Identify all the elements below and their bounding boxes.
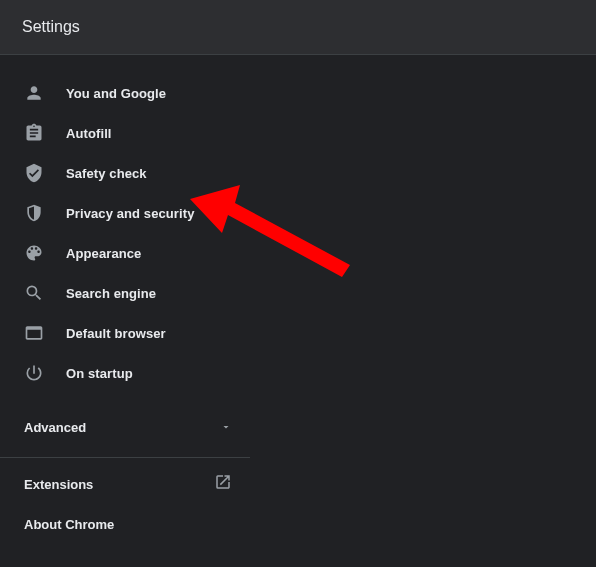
sidebar-advanced-toggle[interactable]: Advanced: [0, 407, 256, 447]
sidebar-item-label: Search engine: [66, 286, 156, 301]
sidebar-item-autofill[interactable]: Autofill: [0, 113, 256, 153]
open-in-new-icon: [214, 473, 232, 495]
sidebar-item-privacy-and-security[interactable]: Privacy and security: [0, 193, 256, 233]
settings-header: Settings: [0, 0, 596, 55]
clipboard-icon: [24, 123, 44, 143]
sidebar-item-on-startup[interactable]: On startup: [0, 353, 256, 393]
sidebar-item-label: Privacy and security: [66, 206, 194, 221]
palette-icon: [24, 243, 44, 263]
search-icon: [24, 283, 44, 303]
sidebar-item-label: Extensions: [24, 477, 93, 492]
browser-icon: [24, 323, 44, 343]
sidebar-item-about-chrome[interactable]: About Chrome: [0, 504, 256, 544]
sidebar-divider: [0, 457, 250, 458]
sidebar-item-label: Appearance: [66, 246, 141, 261]
sidebar-item-label: On startup: [66, 366, 133, 381]
sidebar-item-label: Default browser: [66, 326, 166, 341]
sidebar-item-search-engine[interactable]: Search engine: [0, 273, 256, 313]
sidebar-item-label: You and Google: [66, 86, 166, 101]
power-icon: [24, 363, 44, 383]
sidebar-item-label: Autofill: [66, 126, 112, 141]
sidebar-item-safety-check[interactable]: Safety check: [0, 153, 256, 193]
settings-sidebar: You and Google Autofill Safety check Pri…: [0, 55, 256, 544]
sidebar-item-label: About Chrome: [24, 517, 114, 532]
sidebar-item-appearance[interactable]: Appearance: [0, 233, 256, 273]
sidebar-item-extensions[interactable]: Extensions: [0, 464, 256, 504]
shield-icon: [24, 203, 44, 223]
person-icon: [24, 83, 44, 103]
shield-check-icon: [24, 163, 44, 183]
sidebar-item-you-and-google[interactable]: You and Google: [0, 73, 256, 113]
chevron-down-icon: [220, 421, 232, 433]
page-title: Settings: [22, 18, 80, 36]
sidebar-item-label: Safety check: [66, 166, 147, 181]
advanced-label: Advanced: [24, 420, 220, 435]
sidebar-item-default-browser[interactable]: Default browser: [0, 313, 256, 353]
